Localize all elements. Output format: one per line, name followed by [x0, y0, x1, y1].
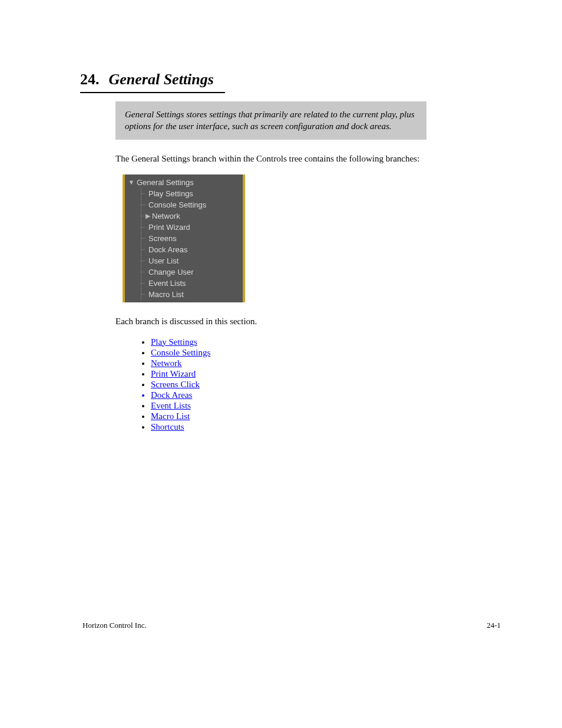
- tree-item-label: Print Wizard: [148, 222, 190, 233]
- tree-item-label: Dock Areas: [148, 244, 187, 255]
- list-item: Play Settings: [151, 337, 503, 347]
- section-link-list: Play SettingsConsole SettingsNetworkPrin…: [130, 337, 503, 432]
- tree-item-label: Change User: [148, 266, 194, 278]
- tree-item-label: Network: [152, 210, 180, 222]
- tree-item[interactable]: User List: [125, 255, 243, 266]
- section-link[interactable]: Print Wizard: [151, 369, 196, 378]
- list-item: Network: [151, 358, 503, 368]
- tree-branch-icon: [139, 188, 146, 199]
- tree-item[interactable]: Console Settings: [125, 199, 243, 210]
- section-link[interactable]: Macro List: [151, 411, 190, 421]
- page-footer: Horizon Control Inc. 24-1: [80, 621, 503, 630]
- title-underline: [80, 92, 225, 93]
- tree-item[interactable]: ▶Network: [125, 210, 243, 222]
- section-number: 24.: [80, 71, 100, 88]
- section-header: 24. General Settings: [80, 71, 503, 93]
- list-item: Screens Click: [151, 380, 503, 390]
- section-link[interactable]: Network: [151, 358, 182, 368]
- tree-item-label: Console Settings: [148, 199, 206, 210]
- general-settings-tree: ▼ General Settings Play SettingsConsole …: [123, 174, 245, 302]
- list-item: Macro List: [151, 411, 503, 421]
- tree-item[interactable]: Event Lists: [125, 278, 243, 289]
- tree-branch-icon: [139, 278, 146, 289]
- tree-item-label: User List: [148, 255, 178, 266]
- section-title: General Settings: [109, 71, 214, 88]
- footer-right: 24-1: [487, 621, 501, 630]
- callout-box: General Settings stores settings that pr…: [115, 101, 427, 140]
- tree-item-label: Macro List: [148, 289, 184, 300]
- list-item: Event Lists: [151, 401, 503, 411]
- tree-item[interactable]: Play Settings: [125, 188, 243, 199]
- tree-item[interactable]: Dock Areas: [125, 244, 243, 255]
- tree-item[interactable]: Change User: [125, 266, 243, 278]
- tree-item-label: Play Settings: [148, 188, 193, 199]
- tree-branch-icon: [139, 266, 146, 278]
- tree-branch-icon: [139, 233, 146, 244]
- section-link[interactable]: Event Lists: [151, 401, 191, 410]
- section-link[interactable]: Shortcuts: [151, 422, 184, 431]
- tree-item-label: Event Lists: [148, 278, 186, 289]
- tree-item-label: Screens: [148, 233, 177, 244]
- list-item: Shortcuts: [151, 422, 503, 432]
- links-intro: Each branch is discussed in this section…: [115, 315, 503, 328]
- section-link[interactable]: Play Settings: [151, 337, 197, 347]
- tree-branch-icon: [139, 289, 146, 300]
- chevron-down-icon: ▼: [127, 177, 135, 188]
- tree-branch-icon: [139, 244, 146, 255]
- tree-branch-icon: [139, 210, 146, 222]
- list-item: Dock Areas: [151, 390, 503, 400]
- tree-root-row[interactable]: ▼ General Settings: [125, 177, 243, 188]
- list-item: Print Wizard: [151, 369, 503, 379]
- list-item: Console Settings: [151, 348, 503, 358]
- section-link[interactable]: Dock Areas: [151, 390, 192, 400]
- tree-item[interactable]: Screens: [125, 233, 243, 244]
- footer-left: Horizon Control Inc.: [82, 621, 147, 630]
- tree-branch-icon: [139, 199, 146, 210]
- tree-root-label: General Settings: [137, 177, 194, 188]
- section-link[interactable]: Console Settings: [151, 348, 210, 357]
- tree-item[interactable]: Macro List: [125, 289, 243, 300]
- section-link[interactable]: Screens Click: [151, 380, 200, 389]
- tree-branch-icon: [139, 222, 146, 233]
- tree-item[interactable]: Print Wizard: [125, 222, 243, 233]
- tree-branch-icon: [139, 255, 146, 266]
- intro-paragraph: The General Settings branch within the C…: [115, 153, 503, 165]
